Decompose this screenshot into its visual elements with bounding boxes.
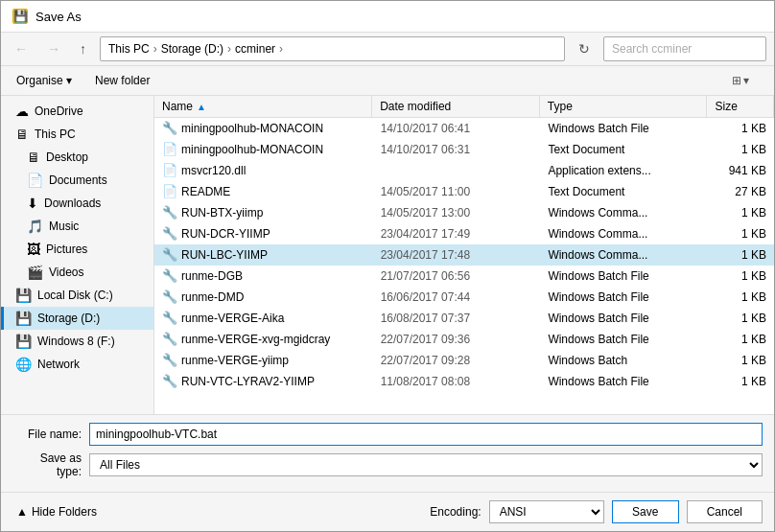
sidebar-item-network[interactable]: 🌐 Network [1,353,153,376]
file-name: 🔧runme-VERGE-yiimp [154,350,373,370]
documents-icon: 📄 [27,173,43,188]
dialog-title: Save As [35,10,82,24]
file-date: 22/07/2017 09:36 [373,330,541,349]
file-type: Windows Comma... [540,245,708,265]
file-type: Windows Batch File [540,119,708,138]
sidebar-item-windows8f[interactable]: 💾 Windows 8 (F:) [1,330,153,353]
file-date: 14/05/2017 11:00 [373,182,541,201]
table-row[interactable]: 🔧runme-DMD 16/06/2017 07:44 Windows Batc… [154,287,774,308]
table-row[interactable]: 🔧runme-VERGE-Aika 16/08/2017 07:37 Windo… [154,308,774,329]
file-type: Windows Batch [540,351,708,370]
file-type: Application extens... [540,161,708,180]
file-type: Windows Batch File [540,330,708,349]
search-input[interactable]: Search ccminer [603,36,766,61]
file-date: 23/04/2017 17:48 [373,245,541,265]
network-icon: 🌐 [15,357,32,372]
sidebar-item-music[interactable]: 🎵 Music [1,215,153,238]
col-header-size[interactable]: Size [707,96,774,117]
encoding-select[interactable]: ANSI [489,500,604,523]
sidebar-item-onedrive[interactable]: ☁ OneDrive [1,100,153,123]
table-row[interactable]: 🔧runme-VERGE-xvg-mgidcray 22/07/2017 09:… [154,329,774,350]
file-date: 21/07/2017 06:56 [373,266,541,286]
savetype-label: Save as type: [12,451,89,478]
file-type: Windows Batch File [540,288,708,307]
music-icon: 🎵 [27,219,43,234]
file-list-header: Name ▲ Date modified Type Size [154,96,774,118]
cancel-button[interactable]: Cancel [687,500,763,523]
organize-button[interactable]: Organise ▾ [9,70,80,91]
title-bar: 💾 Save As [1,1,774,33]
storaged-icon: 💾 [15,311,32,326]
sidebar-item-desktop[interactable]: 🖥 Desktop [1,146,153,169]
sidebar-item-storaged[interactable]: 💾 Storage (D:) [1,307,153,330]
file-type: Text Document [540,140,708,159]
sidebar-item-pictures[interactable]: 🖼 Pictures [1,238,153,261]
file-type: Text Document [540,182,708,201]
sidebar-item-videos[interactable]: 🎬 Videos [1,261,153,284]
file-name: 🔧RUN-DCR-YIIMP [154,223,373,243]
breadcrumb-part-thispc: This PC [108,42,150,56]
table-row[interactable]: 🔧RUN-DCR-YIIMP 23/04/2017 17:49 Windows … [154,223,774,244]
file-name: 🔧runme-DGB [154,266,373,286]
filename-label: File name: [12,428,89,441]
col-header-date[interactable]: Date modified [372,96,540,117]
save-button[interactable]: Save [612,500,679,523]
file-type: Windows Batch File [540,309,708,328]
sidebar-item-downloads[interactable]: ⬇ Downloads [1,192,153,215]
up-button[interactable]: ↑ [74,37,92,60]
file-size: 1 KB [708,245,774,265]
file-name: 🔧runme-VERGE-Aika [154,308,373,328]
file-size: 1 KB [708,309,774,328]
new-folder-label: New folder [95,74,150,87]
table-row[interactable]: 🔧runme-DGB 21/07/2017 06:56 Windows Batc… [154,266,774,287]
col-header-type[interactable]: Type [540,96,708,117]
sidebar-item-documents[interactable]: 📄 Documents [1,169,153,192]
footer: ▲ Hide Folders Encoding: ANSI Save Cance… [1,492,774,531]
file-type: Windows Batch File [540,266,708,286]
refresh-button[interactable]: ↻ [573,37,596,60]
file-name: 🔧RUN-LBC-YIIMP [154,244,373,265]
table-row[interactable]: 📄miningpoolhub-MONACOIN 14/10/2017 06:31… [154,139,774,160]
forward-button[interactable]: → [41,37,66,60]
breadcrumb[interactable]: This PC › Storage (D:) › ccminer › [100,36,565,61]
file-size: 1 KB [708,266,774,286]
file-date [373,168,541,173]
downloads-icon: ⬇ [27,196,38,211]
file-name: 🔧runme-VERGE-xvg-mgidcray [154,329,373,349]
table-row[interactable]: 🔧RUN-BTX-yiimp 14/05/2017 13:00 Windows … [154,202,774,223]
file-size: 1 KB [708,330,774,349]
file-type: Windows Comma... [540,203,708,222]
table-row[interactable]: 🔧runme-VERGE-yiimp 22/07/2017 09:28 Wind… [154,350,774,371]
view-options[interactable]: ⊞ ▾ [726,70,755,91]
file-list-area: Name ▲ Date modified Type Size 🔧miningpo… [154,96,774,414]
file-name: 🔧miningpoolhub-MONACOIN [154,118,373,138]
sidebar: ☁ OneDrive 🖥 This PC 🖥 Desktop 📄 Documen… [1,96,154,414]
main-area: ☁ OneDrive 🖥 This PC 🖥 Desktop 📄 Documen… [1,96,774,414]
new-folder-button[interactable]: New folder [87,70,157,91]
file-name: 🔧runme-DMD [154,287,373,307]
filename-input[interactable] [89,423,763,446]
sidebar-item-thispc[interactable]: 🖥 This PC [1,123,153,146]
hide-folders-button[interactable]: ▲ Hide Folders [12,503,101,520]
search-placeholder: Search ccminer [612,42,692,56]
sort-arrow: ▲ [197,102,206,112]
table-row[interactable]: 📄msvcr120.dll Application extens... 941 … [154,160,774,181]
file-size: 1 KB [708,203,774,222]
hide-folders-label: Hide Folders [32,505,97,519]
table-row[interactable]: 📄README 14/05/2017 11:00 Text Document 2… [154,181,774,202]
navigation-toolbar: ← → ↑ This PC › Storage (D:) › ccminer ›… [1,33,774,66]
file-size: 1 KB [708,140,774,159]
file-size: 1 KB [708,288,774,307]
file-size: 1 KB [708,372,774,391]
table-row[interactable]: 🔧RUN-VTC-LYRAV2-YIIMP 11/08/2017 08:08 W… [154,371,774,392]
desktop-icon: 🖥 [27,150,40,165]
table-row[interactable]: 🔧RUN-LBC-YIIMP 23/04/2017 17:48 Windows … [154,244,774,266]
sidebar-item-localc[interactable]: 💾 Local Disk (C:) [1,284,153,307]
file-type: Windows Comma... [540,224,708,243]
back-button[interactable]: ← [9,37,34,60]
table-row[interactable]: 🔧miningpoolhub-MONACOIN 14/10/2017 06:41… [154,118,774,139]
savetype-row: Save as type: All Files [12,451,763,478]
col-header-name[interactable]: Name ▲ [154,96,372,117]
save-as-dialog: 💾 Save As ← → ↑ This PC › Storage (D:) ›… [0,0,775,532]
savetype-select[interactable]: All Files [89,453,763,476]
